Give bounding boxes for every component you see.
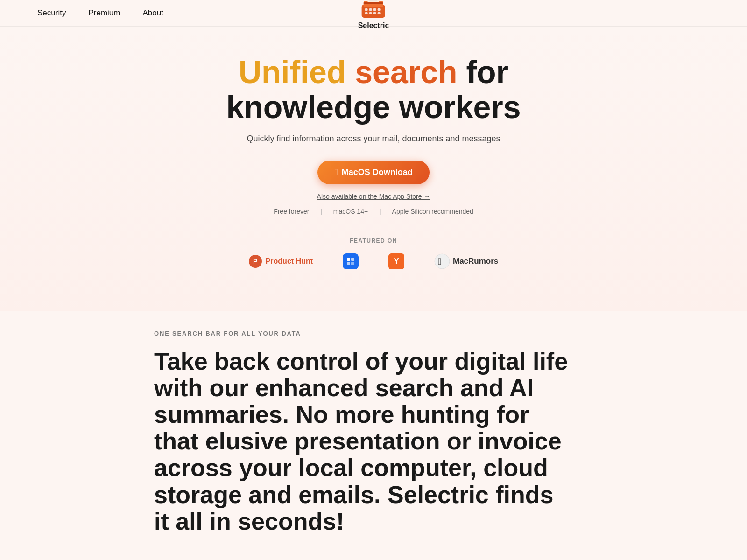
svg-rect-12: [364, 2, 383, 4]
navbar: Security Premium About Sel: [0, 0, 747, 27]
divider2: |: [379, 208, 381, 215]
lower-section: ONE SEARCH BAR FOR ALL YOUR DATA Take ba…: [117, 311, 630, 553]
product-hunt-text: Product Hunt: [266, 257, 313, 266]
hero-title-search: search: [355, 54, 457, 90]
mac-app-store-link[interactable]: Also available on the Mac App Store →: [317, 193, 430, 200]
svg-rect-3: [369, 8, 372, 11]
req-silicon: Apple Silicon recommended: [392, 208, 473, 215]
logo-link[interactable]: Selectric: [358, 0, 389, 30]
hero-title-unified: Unified: [239, 54, 355, 90]
nav-security[interactable]: Security: [37, 8, 66, 18]
svg-rect-5: [378, 8, 381, 11]
req-macos: macOS 14+: [333, 208, 368, 215]
section-heading: Take back control of your digital life w…: [154, 348, 574, 535]
nav-about[interactable]: About: [142, 8, 163, 18]
macrumors-logo[interactable]:  MacRumors: [434, 253, 498, 269]
svg-rect-4: [374, 8, 376, 11]
divider1: |: [320, 208, 322, 215]
setapp-svg: [346, 257, 355, 266]
nav-left: Security Premium About: [37, 8, 163, 18]
logo-text: Selectric: [358, 21, 389, 30]
svg-rect-13: [347, 258, 350, 261]
svg-text:: : [438, 256, 441, 266]
yc-logo[interactable]: Y: [388, 253, 404, 269]
featured-logos: P Product Hunt Y: [249, 253, 499, 269]
req-free: Free forever: [274, 208, 309, 215]
setapp-logo[interactable]: [343, 253, 359, 269]
svg-rect-7: [369, 12, 372, 14]
svg-rect-16: [351, 262, 354, 265]
svg-rect-6: [365, 12, 368, 14]
svg-rect-9: [378, 12, 381, 14]
svg-rect-8: [374, 12, 376, 14]
apple-icon: : [334, 167, 338, 178]
section-eyebrow: ONE SEARCH BAR FOR ALL YOUR DATA: [154, 330, 593, 337]
macrumors-icon: : [434, 253, 450, 269]
svg-rect-15: [347, 262, 350, 265]
hero-title: Unified search for knowledge workers: [191, 55, 556, 125]
yc-icon: Y: [388, 253, 404, 269]
svg-rect-1: [364, 1, 383, 7]
hero-subtitle: Quickly find information across your mai…: [247, 134, 500, 144]
download-button[interactable]:  MacOS Download: [317, 161, 429, 184]
product-hunt-icon: P: [249, 255, 262, 268]
requirements: Free forever | macOS 14+ | Apple Silicon…: [269, 208, 478, 215]
hero-section: Unified search for knowledge workers Qui…: [0, 27, 747, 311]
svg-rect-14: [351, 258, 354, 261]
logo-icon: [360, 0, 387, 21]
macrumors-text: MacRumors: [453, 257, 498, 266]
svg-point-17: [435, 254, 450, 269]
setapp-icon: [343, 253, 359, 269]
svg-rect-11: [369, 0, 378, 1]
featured-label: FEATURED ON: [350, 238, 397, 244]
svg-rect-2: [365, 8, 368, 11]
featured-section: FEATURED ON P Product Hunt: [230, 238, 517, 288]
download-label: MacOS Download: [342, 168, 413, 177]
product-hunt-logo[interactable]: P Product Hunt: [249, 255, 313, 268]
nav-premium[interactable]: Premium: [88, 8, 120, 18]
